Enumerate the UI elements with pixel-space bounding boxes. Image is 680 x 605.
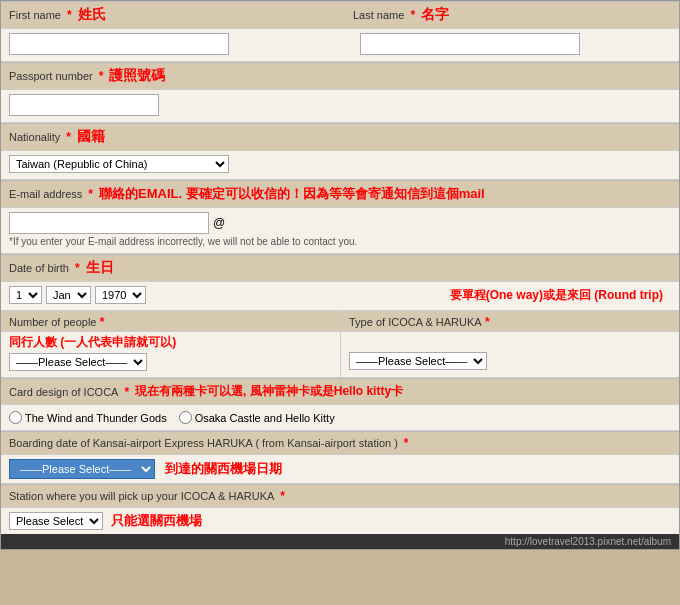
first-name-chinese: 姓氏: [78, 6, 106, 24]
round-trip-annotation: 要單程(One way)或是來回 (Round trip): [450, 287, 663, 304]
bottom-bar: http://lovetravel2013.pixnet.net/album: [1, 534, 679, 549]
at-symbol: @: [213, 216, 225, 230]
last-name-label: Last name: [353, 9, 404, 21]
last-name-required: *: [410, 8, 415, 22]
form-container: First name * 姓氏 Last name * 名字 Passport …: [0, 0, 680, 550]
passport-chinese: 護照號碼: [109, 67, 165, 85]
dob-day-select[interactable]: 123: [9, 286, 42, 304]
dob-header-row: Date of birth * 生日: [1, 254, 679, 282]
nationality-chinese: 國籍: [77, 128, 105, 146]
people-icoca-row: Number of people * Type of ICOCA & HARUK…: [1, 311, 679, 332]
passport-input-row: [1, 90, 679, 123]
passport-input[interactable]: [9, 94, 159, 116]
pickup-header-row: Station where you will pick up your ICOC…: [1, 484, 679, 508]
icoca-type-label: Type of ICOCA & HARUKA: [349, 316, 482, 328]
nationality-select[interactable]: Taiwan (Republic of China): [9, 155, 229, 173]
radio-hello-kitty[interactable]: Osaka Castle and Hello Kitty: [179, 411, 335, 424]
dob-required: *: [75, 261, 80, 275]
radio-wind-thunder-label: The Wind and Thunder Gods: [25, 412, 167, 424]
passport-header-row: Passport number * 護照號碼: [1, 62, 679, 90]
email-local-input[interactable]: [9, 212, 209, 234]
pickup-select[interactable]: Please Select: [9, 512, 103, 530]
nationality-required: *: [66, 130, 71, 144]
email-header-row: E-mail address * 聯絡的EMAIL. 要確定可以收信的！因為等等…: [1, 180, 679, 208]
pickup-label: Station where you will pick up your ICOC…: [9, 490, 274, 502]
card-design-input-row: The Wind and Thunder Gods Osaka Castle a…: [1, 405, 679, 431]
boarding-header-row: Boarding date of Kansai-airport Express …: [1, 431, 679, 455]
dob-chinese: 生日: [86, 259, 114, 277]
boarding-select[interactable]: ——Please Select——: [9, 459, 155, 479]
email-required: *: [88, 187, 93, 201]
first-name-input[interactable]: [9, 33, 229, 55]
email-chinese: 聯絡的EMAIL. 要確定可以收信的！因為等等會寄通知信到這個mail: [99, 185, 485, 203]
people-select[interactable]: ——Please Select—— 123: [9, 353, 147, 371]
name-header-row: First name * 姓氏 Last name * 名字: [1, 1, 679, 29]
radio-wind-thunder[interactable]: The Wind and Thunder Gods: [9, 411, 167, 424]
passport-label: Passport number: [9, 70, 93, 82]
dob-year-select[interactable]: 197019801990: [95, 286, 146, 304]
card-design-header-row: Card design of ICOCA * 現在有兩種卡可以選, 風神雷神卡或…: [1, 378, 679, 405]
people-label: Number of people: [9, 316, 96, 328]
card-design-label: Card design of ICOCA: [9, 386, 118, 398]
last-name-input[interactable]: [360, 33, 580, 55]
radio-wind-thunder-input[interactable]: [9, 411, 22, 424]
dob-month-select[interactable]: JanFebMar: [46, 286, 91, 304]
radio-hello-kitty-label: Osaka Castle and Hello Kitty: [195, 412, 335, 424]
people-icoca-input-row: 同行人數 (一人代表申請就可以) ——Please Select—— 123 —…: [1, 332, 679, 378]
radio-hello-kitty-input[interactable]: [179, 411, 192, 424]
boarding-chinese: 到達的關西機場日期: [165, 460, 282, 478]
pickup-input-row: Please Select 只能選關西機場: [1, 508, 679, 534]
first-name-label: First name: [9, 9, 61, 21]
dob-input-row: 123 JanFebMar 197019801990 要單程(One way)或…: [1, 282, 679, 311]
bottom-url: http://lovetravel2013.pixnet.net/album: [505, 536, 671, 547]
email-input-row: @ *If you enter your E-mail address inco…: [1, 208, 679, 254]
email-note: *If you enter your E-mail address incorr…: [9, 236, 671, 247]
nationality-header-row: Nationality * 國籍: [1, 123, 679, 151]
email-label: E-mail address: [9, 188, 82, 200]
nationality-label: Nationality: [9, 131, 60, 143]
name-input-row: [1, 29, 679, 62]
dob-label: Date of birth: [9, 262, 69, 274]
boarding-input-row: ——Please Select—— 到達的關西機場日期: [1, 455, 679, 484]
people-chinese: 同行人數 (一人代表申請就可以): [9, 334, 332, 351]
last-name-chinese: 名字: [421, 6, 449, 24]
nationality-input-row: Taiwan (Republic of China): [1, 151, 679, 180]
pickup-chinese: 只能選關西機場: [111, 512, 202, 530]
passport-required: *: [99, 69, 104, 83]
icoca-type-select[interactable]: ——Please Select—— One wayRound trip: [349, 352, 487, 370]
card-design-annotation: 現在有兩種卡可以選, 風神雷神卡或是Hello kitty卡: [135, 383, 403, 400]
boarding-label: Boarding date of Kansai-airport Express …: [9, 437, 398, 449]
first-name-required: *: [67, 8, 72, 22]
